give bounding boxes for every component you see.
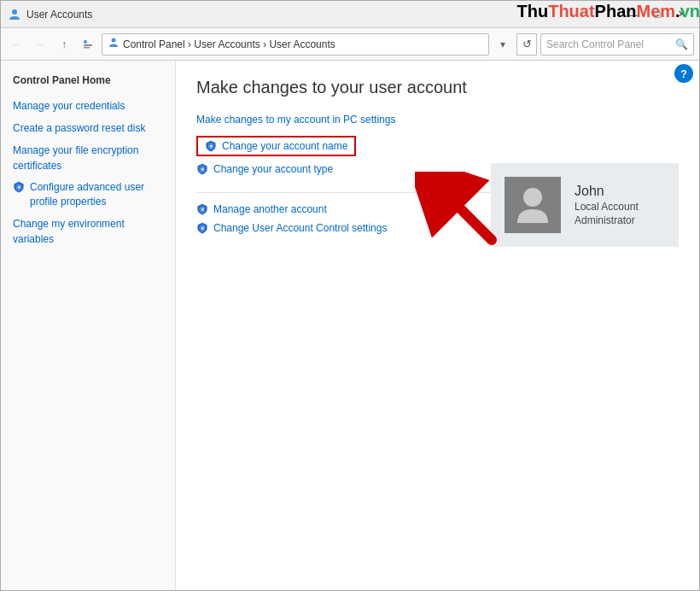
manage-another-account-label: Manage another account (213, 203, 327, 215)
refresh-button[interactable]: ↺ (516, 33, 537, 56)
breadcrumb-text: Control Panel › User Accounts › User Acc… (123, 38, 335, 50)
search-icon: 🔍 (675, 38, 688, 50)
address-bar: ← → ↑ Control Panel › User Accounts › Us… (1, 28, 699, 61)
shield-icon-change-name: ★ (205, 140, 217, 152)
user-role: Administrator (575, 214, 639, 226)
window-controls: — □ ✕ (622, 6, 692, 23)
back-button[interactable]: ← (6, 34, 26, 55)
address-dropdown-button[interactable]: ▾ (493, 34, 513, 55)
sidebar: Control Panel Home Manage your credentia… (1, 61, 176, 590)
breadcrumb-icon (108, 37, 120, 51)
content-area: Make changes to your user account Make c… (176, 61, 699, 590)
svg-rect-2 (84, 44, 92, 46)
user-info: John Local Account Administrator (575, 184, 639, 226)
shield-icon-manage-account: ★ (196, 203, 208, 215)
shield-icon: ★ (13, 181, 25, 193)
main-window: User Accounts ThuThuatPhanMem.vn — □ ✕ ←… (0, 0, 700, 591)
user-card: John Local Account Administrator (491, 163, 679, 247)
avatar-icon (516, 185, 550, 225)
help-button[interactable]: ? (674, 64, 693, 83)
change-account-type-label: Change your account type (213, 163, 333, 175)
search-placeholder: Search Control Panel (546, 38, 672, 50)
search-box[interactable]: Search Control Panel 🔍 (540, 33, 694, 56)
user-account-type: Local Account (575, 201, 639, 213)
shield-icon-uac: ★ (196, 222, 208, 234)
title-bar: User Accounts ThuThuatPhanMem.vn — □ ✕ (1, 1, 699, 28)
svg-point-4 (112, 38, 116, 43)
minimize-button[interactable]: — (622, 6, 645, 23)
pc-settings-link[interactable]: Make changes to my account in PC setting… (196, 114, 395, 126)
shield-icon-change-type: ★ (196, 163, 208, 175)
sidebar-header: Control Panel Home (1, 69, 175, 95)
sidebar-item-environment-vars[interactable]: Change my environment variables (1, 213, 175, 250)
user-name: John (575, 184, 639, 199)
forward-button[interactable]: → (30, 34, 50, 55)
change-account-name-action[interactable]: ★ Change your account name (196, 136, 356, 156)
breadcrumb: Control Panel › User Accounts › User Acc… (102, 33, 489, 56)
main-layout: Control Panel Home Manage your credentia… (1, 61, 699, 590)
sidebar-item-file-encryption[interactable]: Manage your file encryption certificates (1, 139, 175, 177)
svg-point-0 (12, 9, 17, 15)
sidebar-item-configure-advanced[interactable]: ★ Configure advanced user profile proper… (1, 177, 175, 213)
svg-rect-3 (84, 47, 90, 49)
page-title: Make changes to your user account (196, 78, 679, 97)
svg-point-1 (84, 40, 87, 44)
window-icon (8, 8, 21, 21)
sidebar-item-configure-label: Configure advanced user profile properti… (30, 180, 163, 209)
recent-locations-button[interactable] (78, 34, 98, 55)
change-account-name-label: Change your account name (222, 140, 347, 152)
up-button[interactable]: ↑ (54, 34, 74, 55)
svg-point-10 (523, 188, 542, 207)
avatar (505, 177, 561, 233)
maximize-button[interactable]: □ (646, 6, 668, 23)
change-uac-label: Change User Account Control settings (213, 222, 387, 234)
window-title: User Accounts (26, 9, 622, 20)
close-button[interactable]: ✕ (670, 6, 692, 23)
sidebar-item-manage-credentials[interactable]: Manage your credentials (1, 95, 175, 117)
sidebar-item-password-reset[interactable]: Create a password reset disk (1, 117, 175, 139)
